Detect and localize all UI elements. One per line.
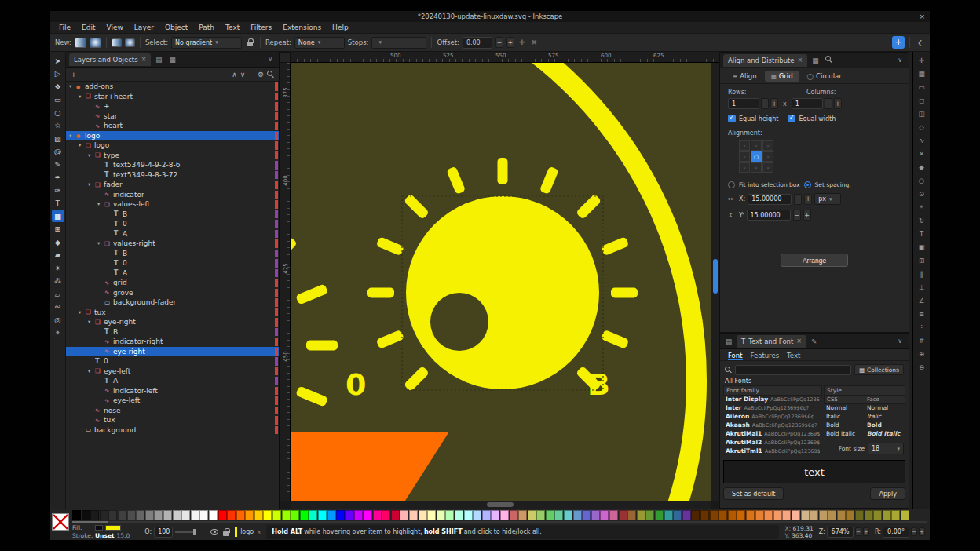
palette-swatch[interactable]	[773, 510, 782, 520]
dialog-tab-icon[interactable]: ✎	[809, 338, 819, 345]
y-spacing-input[interactable]: 15.00000	[747, 210, 791, 221]
palette-swatch[interactable]	[491, 510, 499, 520]
dialog-tab-icon[interactable]: ▤	[723, 338, 734, 345]
snap-midpoint-icon[interactable]: ⊙	[913, 187, 930, 200]
snap-others-icon[interactable]: ⋮	[913, 320, 930, 334]
layer-row-star+heart[interactable]: ▾❑star+heart	[66, 92, 279, 102]
snap-text-baseline-icon[interactable]: T	[913, 227, 930, 240]
palette-swatch[interactable]	[600, 510, 609, 520]
palette-swatch[interactable]	[354, 510, 363, 520]
ellipse-tool[interactable]: ○	[52, 106, 64, 119]
layer-row-0[interactable]: T0	[66, 219, 279, 229]
palette-swatch[interactable]	[427, 510, 436, 520]
paint-bucket-tool[interactable]: ▰	[52, 249, 64, 261]
font-size-dropdown[interactable]: 18	[868, 443, 904, 454]
palette-swatch[interactable]	[82, 510, 90, 520]
collapse-toolbar-button[interactable]: ❮	[915, 39, 925, 46]
vertical-scrollbar[interactable]	[711, 63, 719, 501]
layer-row-add-ons[interactable]: ▾●add-ons	[66, 82, 279, 92]
palette-swatch[interactable]	[173, 510, 181, 520]
radial-gradient-button[interactable]	[90, 38, 101, 48]
font-search-input[interactable]	[735, 365, 851, 375]
ruler-unit-button[interactable]	[280, 52, 291, 63]
apply-button[interactable]: Apply	[870, 487, 905, 500]
insert-stop-icon[interactable]: ✚	[517, 38, 527, 46]
palette-swatch[interactable]	[254, 510, 263, 520]
offset-increase-button[interactable]: +	[506, 37, 514, 48]
rows-increase-button[interactable]: +	[770, 98, 778, 109]
expander-icon[interactable]: ▾	[79, 142, 86, 148]
palette-swatch[interactable]	[865, 510, 873, 520]
layer-row-A[interactable]: TA	[66, 268, 279, 279]
snap-smooth-node-icon[interactable]: ○	[913, 173, 930, 187]
palette-swatch[interactable]	[409, 510, 418, 520]
delete-stop-icon[interactable]: ✖	[529, 38, 539, 46]
menu-extensions[interactable]: Extensions	[277, 24, 327, 31]
palette-swatch[interactable]	[873, 510, 882, 520]
x-increase-button[interactable]: +	[804, 194, 812, 205]
palette-swatch[interactable]	[309, 510, 317, 520]
palette-swatch[interactable]	[437, 510, 445, 520]
menu-help[interactable]: Help	[327, 24, 354, 31]
snap-intersection-icon[interactable]: ✕	[913, 147, 930, 160]
font-family-row-inter-display[interactable]: Inter DisplayAaBbCcIiPpQq1236	[723, 396, 822, 404]
panel-menu-icon[interactable]: ∨	[894, 338, 905, 345]
palette-swatch[interactable]	[382, 510, 390, 520]
snap-guide-icon[interactable]: ∥	[913, 267, 930, 280]
style-row-bold-italic[interactable]: Bold ItalicBold Italic	[824, 430, 905, 439]
palette-swatch[interactable]	[272, 510, 281, 520]
palette-swatch[interactable]	[801, 510, 810, 520]
palette-swatch[interactable]	[327, 510, 336, 520]
opacity-slider[interactable]	[175, 531, 196, 533]
palette-swatch[interactable]	[819, 510, 828, 520]
offset-decrease-button[interactable]: −	[495, 37, 503, 48]
equal-height-checkbox[interactable]: Equal height	[728, 115, 778, 122]
palette-swatch[interactable]	[901, 510, 909, 520]
fill-color-swatch[interactable]	[105, 525, 121, 531]
current-layer-name[interactable]: logo	[240, 528, 254, 535]
palette-swatch[interactable]	[655, 510, 664, 520]
layer-row-A[interactable]: TA	[66, 229, 279, 239]
palette-swatch[interactable]	[118, 510, 126, 520]
zoom-in-button[interactable]: +	[863, 527, 869, 536]
move-up[interactable]: ∧	[232, 71, 237, 78]
snap-nodes-icon[interactable]: ◇	[913, 120, 930, 133]
remove-object[interactable]: −	[248, 71, 254, 78]
equal-width-checkbox[interactable]: Equal width	[788, 115, 836, 122]
palette-swatch[interactable]	[163, 510, 172, 520]
palette-swatch[interactable]	[90, 510, 99, 520]
layer-row-values-left[interactable]: ▾❑values-left	[66, 199, 279, 210]
menu-text[interactable]: Text	[220, 24, 245, 31]
pencil-tool[interactable]: ✎	[52, 158, 64, 170]
palette-swatch[interactable]	[100, 510, 108, 520]
palette-swatch[interactable]	[419, 510, 427, 520]
layer-row-A[interactable]: TA	[66, 376, 279, 386]
snap-cusp-node-icon[interactable]: ◆	[913, 160, 930, 173]
palette-swatch[interactable]	[546, 510, 554, 520]
tab-align-and-distribute[interactable]: Align and Distribute ×	[723, 54, 807, 67]
palette-swatch[interactable]	[346, 510, 354, 520]
collections-button[interactable]: ▦Collections	[854, 364, 904, 375]
titlebar[interactable]: *20240130-update-linuxdaw.svg - Inkscape…	[50, 11, 930, 22]
palette-swatch[interactable]	[199, 510, 208, 520]
tab-font[interactable]: Font	[728, 352, 743, 360]
palette-swatch[interactable]	[536, 510, 545, 520]
tab-grid[interactable]: ▦Grid	[765, 71, 799, 82]
unit-dropdown[interactable]: px	[814, 193, 841, 205]
rotation-input[interactable]: 0.00°	[883, 527, 909, 538]
snap-bbox-edge-icon[interactable]: ▭	[913, 80, 930, 93]
layer-row-B[interactable]: TB	[66, 327, 279, 338]
palette-swatch[interactable]	[145, 510, 154, 520]
tux-beak-shape[interactable]	[291, 432, 449, 501]
x-spacing-input[interactable]: 15.00000	[748, 194, 792, 205]
font-family-row-inter[interactable]: InterAaBbCcIiPpQq12369$€¢?	[723, 404, 822, 413]
align-anchor-cell[interactable]: ◦	[762, 140, 773, 151]
font-family-row-aileron[interactable]: AileronAaBbCcIiPpQq12369$€¢	[723, 413, 822, 421]
palette-swatch[interactable]	[282, 510, 291, 520]
snap-path-icon[interactable]: ∿	[913, 133, 930, 147]
align-anchor-cell[interactable]: ◦	[762, 162, 773, 173]
y-decrease-button[interactable]: −	[793, 210, 801, 221]
spiral-tool[interactable]: @	[52, 145, 64, 158]
palette-swatch[interactable]	[728, 510, 737, 520]
opacity-slider-thumb[interactable]	[193, 529, 196, 535]
